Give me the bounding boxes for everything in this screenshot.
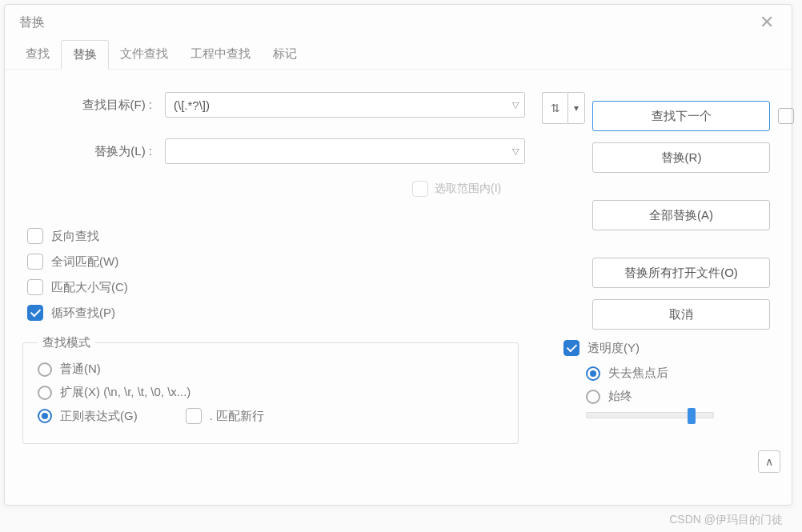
- in-selection-checkbox: [412, 181, 428, 197]
- watermark-text: CSDN @伊玛目的门徒: [669, 513, 783, 527]
- find-what-label: 查找目标(F) :: [22, 98, 158, 113]
- wrap-label: 循环查找(P): [51, 306, 115, 321]
- search-mode-legend: 查找模式: [38, 335, 95, 350]
- find-next-button[interactable]: 查找下一个: [592, 101, 770, 131]
- matchcase-checkbox[interactable]: [27, 279, 43, 295]
- replace-all-open-button[interactable]: 替换所有打开文件(O): [592, 258, 770, 288]
- tab-find-in-project[interactable]: 工程中查找: [179, 40, 262, 69]
- mode-extended[interactable]: 扩展(X) (\n, \r, \t, \0, \x...): [38, 385, 190, 400]
- wrap-checkbox[interactable]: [27, 305, 43, 321]
- dot-newline-checkbox[interactable]: [186, 408, 202, 424]
- replace-with-input[interactable]: [165, 138, 525, 164]
- swap-dropdown[interactable]: ▾: [567, 92, 585, 124]
- dot-newline-option[interactable]: . 匹配新行: [186, 408, 264, 424]
- mode-regex-label: 正则表达式(G): [60, 409, 138, 424]
- mode-normal-label: 普通(N): [60, 362, 101, 377]
- wholeword-checkbox[interactable]: [27, 254, 43, 270]
- find-what-input[interactable]: [165, 92, 525, 118]
- tab-mark[interactable]: 标记: [262, 40, 308, 69]
- search-mode-fieldset: 查找模式 普通(N) 扩展(X) (\n, \r, \t, \0, \x...): [22, 335, 519, 444]
- replace-button[interactable]: 替换(R): [592, 142, 770, 173]
- radio-onlosefocus[interactable]: [586, 366, 600, 381]
- button-column: 查找下一个 替换(R) 全部替换(A) 替换所有打开文件(O) 取消: [592, 101, 794, 330]
- titlebar: 替换 ✕: [5, 5, 792, 40]
- in-selection-label: 选取范围内(I): [435, 182, 501, 196]
- trans-onlosefocus[interactable]: 失去焦点后: [586, 366, 668, 381]
- replace-with-label: 替换为(L) :: [22, 144, 158, 159]
- transparency-box: 透明度(Y) 失去焦点后 始终: [535, 335, 774, 444]
- matchcase-label: 匹配大小写(C): [51, 280, 128, 295]
- dot-newline-label: . 匹配新行: [210, 409, 264, 424]
- radio-extended[interactable]: [38, 386, 52, 400]
- slider-thumb[interactable]: [688, 408, 696, 424]
- swap-button[interactable]: ⇅: [542, 92, 567, 124]
- wholeword-label: 全词匹配(W): [51, 254, 118, 270]
- cancel-button[interactable]: 取消: [592, 299, 770, 330]
- transparency-option[interactable]: 透明度(Y): [563, 340, 771, 356]
- replace-dialog: 替换 ✕ 查找 替换 文件查找 工程中查找 标记 查找目标(F) : ▽ ⇅ ▾: [4, 4, 792, 506]
- transparency-label: 透明度(Y): [587, 341, 640, 356]
- tab-replace[interactable]: 替换: [61, 40, 109, 70]
- chevron-up-icon: ∧: [765, 455, 773, 468]
- mode-normal[interactable]: 普通(N): [38, 362, 101, 377]
- chevron-down-icon: ▾: [574, 102, 579, 114]
- tab-find-in-files[interactable]: 文件查找: [109, 40, 179, 69]
- close-icon[interactable]: ✕: [756, 12, 777, 33]
- backward-checkbox[interactable]: [27, 228, 43, 244]
- dialog-title: 替换: [19, 14, 45, 31]
- mode-extended-label: 扩展(X) (\n, \r, \t, \0, \x...): [60, 385, 190, 400]
- backward-label: 反向查找: [51, 229, 99, 244]
- radio-always[interactable]: [586, 390, 600, 404]
- transparency-checkbox[interactable]: [563, 340, 579, 356]
- tab-find[interactable]: 查找: [14, 40, 61, 69]
- in-selection-option: 选取范围内(I): [405, 175, 525, 202]
- radio-normal[interactable]: [38, 362, 52, 377]
- transparency-slider[interactable]: [586, 412, 714, 418]
- find-what-combo[interactable]: ▽: [165, 92, 525, 118]
- trans-always-label: 始终: [608, 389, 632, 404]
- trans-onlosefocus-label: 失去焦点后: [608, 366, 668, 381]
- radio-regex[interactable]: [38, 409, 52, 423]
- replace-with-combo[interactable]: ▽: [165, 138, 525, 164]
- collapse-button[interactable]: ∧: [758, 450, 780, 473]
- chevron-down-icon[interactable]: ▽: [512, 100, 519, 110]
- tab-bar: 查找 替换 文件查找 工程中查找 标记: [5, 40, 792, 70]
- find-next-extra-checkbox[interactable]: [778, 108, 794, 124]
- swap-icon: ⇅: [551, 102, 560, 114]
- trans-always[interactable]: 始终: [586, 389, 632, 404]
- replace-all-button[interactable]: 全部替换(A): [592, 200, 770, 230]
- mode-regex[interactable]: 正则表达式(G): [38, 409, 138, 424]
- chevron-down-icon[interactable]: ▽: [512, 146, 519, 157]
